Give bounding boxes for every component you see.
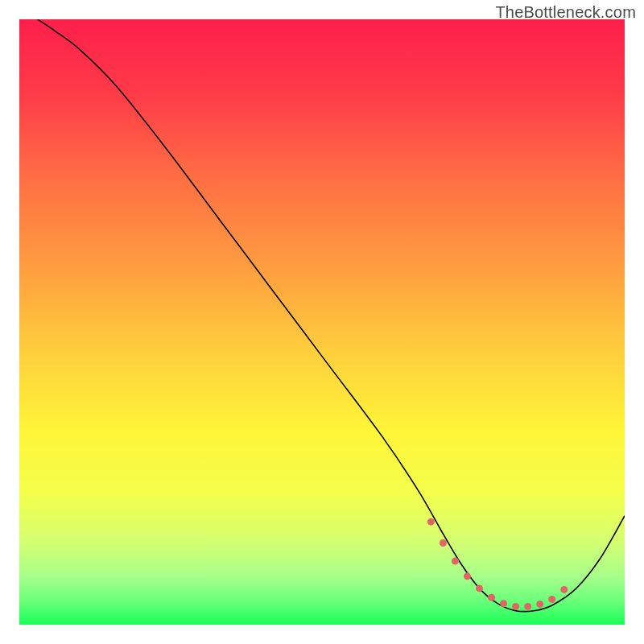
marker-point <box>427 518 435 526</box>
marker-point <box>560 586 568 593</box>
marker-point <box>440 539 447 547</box>
marker-point <box>452 558 459 565</box>
marker-point <box>548 596 555 603</box>
watermark-label: TheBottleneck.com <box>495 3 636 22</box>
chart-svg <box>19 19 625 625</box>
marker-point <box>500 600 507 607</box>
marker-point <box>512 603 519 610</box>
chart-area <box>19 19 625 625</box>
marker-point <box>488 594 495 601</box>
chart-background <box>19 19 625 625</box>
marker-point <box>536 601 543 608</box>
marker-point <box>524 603 531 610</box>
marker-point <box>476 584 483 592</box>
marker-point <box>464 572 471 580</box>
